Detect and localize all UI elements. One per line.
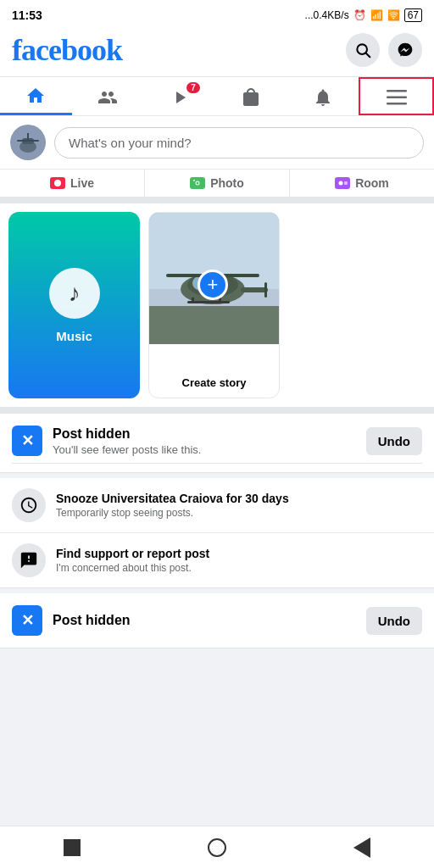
svg-rect-16 (344, 181, 348, 185)
snooze-title: Snooze Universitatea Craiova for 30 days (56, 492, 422, 505)
recent-button[interactable] (341, 835, 383, 860)
photo-label: Photo (210, 176, 244, 190)
battery-icon: 67 (404, 9, 422, 21)
svg-rect-2 (387, 90, 407, 92)
app-header: facebook (0, 27, 434, 77)
svg-rect-24 (264, 282, 267, 298)
bell-icon (313, 87, 333, 108)
create-story-label: Create story (182, 376, 247, 389)
messenger-icon (397, 42, 414, 58)
svg-rect-8 (17, 140, 39, 142)
user-avatar (10, 125, 46, 160)
tab-home[interactable] (0, 77, 72, 115)
post-hidden-header: ✕ Post hidden You'll see fewer posts lik… (12, 426, 422, 456)
bottom-nav-bar (0, 826, 434, 868)
post-hidden-icon-2: ✕ (12, 605, 42, 636)
report-subtitle: I'm concerned about this post. (56, 562, 422, 574)
room-label: Room (355, 176, 389, 190)
music-label: Music (56, 329, 92, 343)
stories-section: ♪ Music (0, 203, 434, 414)
menu-icon (387, 90, 407, 105)
watch-badge: 7 (186, 82, 200, 93)
post-hidden-card-2: ✕ Post hidden Undo (0, 593, 434, 648)
search-button[interactable] (346, 33, 380, 67)
circle-icon (208, 838, 226, 857)
nav-tabs: 7 (0, 77, 434, 116)
wifi-icon: 🛜 (387, 9, 400, 21)
report-row[interactable]: Find support or report post I'm concerne… (0, 533, 434, 588)
svg-rect-23 (241, 287, 268, 292)
undo-button-2[interactable]: Undo (366, 607, 422, 635)
home-button[interactable] (196, 835, 238, 860)
room-icon (335, 177, 350, 189)
svg-rect-9 (27, 133, 29, 140)
post-hidden-title: Post hidden (53, 426, 356, 442)
tab-menu[interactable] (359, 77, 434, 115)
svg-line-1 (366, 53, 370, 58)
create-story-card[interactable]: + Create story (148, 212, 280, 398)
post-hidden-icon: ✕ (12, 426, 42, 456)
svg-rect-19 (149, 306, 279, 344)
header-actions (346, 33, 422, 67)
post-hidden-card-1: ✕ Post hidden You'll see fewer posts lik… (0, 414, 434, 473)
post-box: What's on your mind? (0, 116, 434, 170)
status-time: 11:53 (12, 8, 42, 22)
snooze-text: Snooze Universitatea Craiova for 30 days… (56, 492, 422, 519)
facebook-logo: facebook (12, 32, 122, 68)
snooze-icon (12, 488, 46, 522)
music-note-icon: ♪ (49, 268, 100, 319)
tab-friends[interactable] (72, 77, 144, 115)
photo-button[interactable]: Photo (145, 170, 290, 197)
tab-watch[interactable]: 7 (143, 77, 215, 115)
status-icons: ...0.4KB/s ⏰ 📶 🛜 67 (305, 9, 422, 21)
search-icon (354, 42, 371, 58)
room-button[interactable]: Room (290, 170, 434, 197)
post-hidden-text-2: Post hidden (53, 613, 356, 628)
status-bar: 11:53 ...0.4KB/s ⏰ 📶 🛜 67 (0, 0, 434, 27)
svg-point-12 (197, 182, 199, 185)
post-input[interactable]: What's on your mind? (54, 127, 424, 159)
report-title: Find support or report post (56, 547, 422, 560)
svg-rect-13 (193, 180, 195, 181)
live-icon (50, 177, 65, 189)
story-image: + (149, 213, 279, 344)
back-button[interactable] (51, 835, 93, 860)
post-hidden-text: Post hidden You'll see fewer posts like … (53, 426, 356, 456)
signal-icon: 📶 (370, 9, 383, 21)
marketplace-icon (241, 87, 261, 108)
post-hidden-title-2: Post hidden (53, 613, 356, 628)
friends-icon (97, 87, 119, 108)
divider-1 (12, 463, 422, 464)
create-story-bottom: Create story (149, 344, 279, 398)
photo-icon (190, 177, 205, 189)
report-icon (12, 543, 46, 577)
music-story[interactable]: ♪ Music (8, 212, 140, 398)
home-icon (25, 86, 46, 106)
messenger-button[interactable] (388, 33, 422, 67)
svg-rect-28 (192, 298, 194, 303)
plus-button[interactable]: + (198, 270, 228, 300)
post-hidden-subtitle: You'll see fewer posts like this. (53, 443, 356, 456)
live-label: Live (70, 176, 94, 190)
tab-marketplace[interactable] (215, 77, 287, 115)
signal-text: ...0.4KB/s (305, 9, 349, 21)
triangle-icon (353, 837, 370, 858)
report-text: Find support or report post I'm concerne… (56, 547, 422, 574)
alarm-icon: ⏰ (353, 9, 366, 21)
post-hidden-header-2: ✕ Post hidden Undo (12, 605, 422, 636)
live-button[interactable]: Live (0, 170, 145, 197)
svg-point-15 (339, 181, 343, 186)
snooze-row[interactable]: Snooze Universitatea Craiova for 30 days… (0, 478, 434, 533)
svg-rect-4 (387, 103, 407, 105)
square-icon (64, 839, 81, 856)
undo-button-1[interactable]: Undo (366, 427, 422, 455)
svg-rect-3 (387, 96, 407, 98)
action-row: Live Photo Room (0, 170, 434, 203)
snooze-subtitle: Temporarily stop seeing posts. (56, 507, 422, 519)
tab-notifications[interactable] (287, 77, 359, 115)
